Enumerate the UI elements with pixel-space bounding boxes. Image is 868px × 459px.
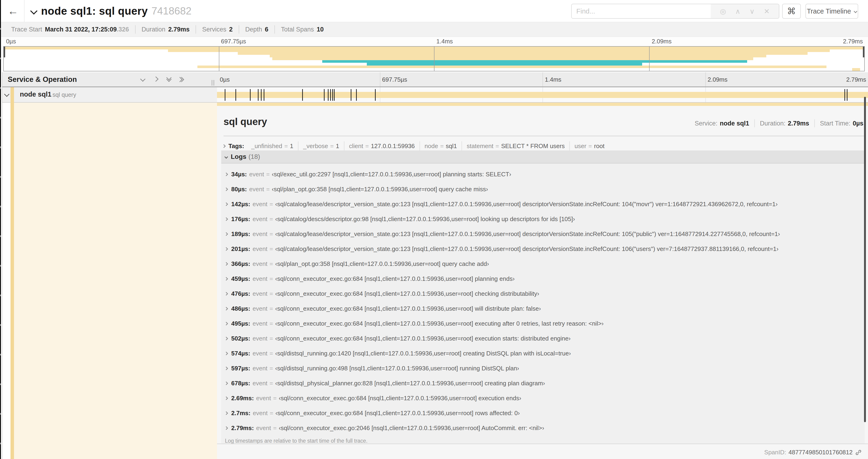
collapse-all-icon[interactable]: [167, 78, 171, 81]
meta-label: Duration:: [760, 120, 786, 127]
equals-sign: =: [270, 320, 273, 327]
minimap-left-scrubber[interactable]: [4, 47, 5, 57]
log-value: ‹sql/conn_executor_exec.go:684 [nsql1,cl…: [279, 395, 521, 402]
chevron-right-icon: [224, 247, 228, 251]
log-marker-tick[interactable]: [324, 89, 324, 101]
span-service-name: node sql1: [20, 91, 51, 98]
equals-sign: =: [588, 142, 592, 150]
log-entry[interactable]: 495µs: event = ‹sql/conn_executor_exec.g…: [221, 316, 865, 331]
equals-sign: =: [273, 395, 277, 402]
log-marker-tick[interactable]: [356, 89, 357, 101]
logs-header[interactable]: Logs (18): [221, 151, 865, 163]
log-marker-tick[interactable]: [330, 89, 331, 101]
log-marker-tick[interactable]: [334, 89, 335, 101]
log-entry[interactable]: 678µs: event = ‹sql/distsql_physical_pla…: [221, 376, 865, 391]
meta-label: Start Time:: [820, 120, 850, 127]
stat-label: Depth: [245, 26, 262, 33]
keyboard-shortcuts-button[interactable]: ⌘: [782, 4, 801, 19]
chevron-right-icon: [224, 292, 228, 296]
span-row-name-column[interactable]: node sql1 sql query: [2, 87, 217, 103]
log-entry[interactable]: 366µs: event = ‹sql/plan_opt.go:358 [nsq…: [221, 256, 865, 271]
log-marker-tick[interactable]: [375, 89, 376, 101]
log-entry[interactable]: 502µs: event = ‹sql/conn_executor_exec.g…: [221, 331, 865, 346]
log-marker-tick[interactable]: [844, 89, 845, 101]
clear-search-icon[interactable]: ✕: [764, 7, 770, 15]
log-field: event: [252, 350, 268, 357]
log-marker-tick[interactable]: [847, 89, 847, 101]
log-entry[interactable]: 459µs: event = ‹sql/conn_executor_exec.g…: [221, 271, 865, 286]
tag-item: statement = SELECT * FROM users: [462, 141, 569, 151]
equals-sign: =: [270, 365, 273, 372]
stat-suffix: .326: [117, 26, 129, 33]
find-input[interactable]: [572, 4, 711, 18]
log-field: event: [249, 171, 264, 178]
expand-one-icon[interactable]: [154, 77, 158, 82]
span-duration-bar[interactable]: [217, 92, 868, 98]
tag-key: _verbose: [303, 142, 328, 150]
stat-label: Services: [202, 26, 226, 33]
equals-sign: =: [270, 201, 273, 208]
log-marker-tick[interactable]: [236, 89, 236, 101]
collapse-one-icon[interactable]: [141, 77, 145, 82]
log-entry[interactable]: 34µs: event = ‹sql/exec_util.go:2297 [ns…: [221, 167, 865, 182]
chevron-right-icon: [224, 307, 228, 310]
next-result-icon[interactable]: ∨: [749, 7, 754, 15]
log-entry[interactable]: 597µs: event = ‹sql/distsql_running.go:4…: [221, 361, 865, 376]
log-marker-tick[interactable]: [258, 89, 258, 101]
log-marker-tick[interactable]: [351, 89, 351, 101]
log-entry[interactable]: 486µs: event = ‹sql/conn_executor_exec.g…: [221, 301, 865, 316]
log-marker-tick[interactable]: [264, 89, 265, 101]
trace-title-area: node sql1: sql query 7418682: [31, 0, 192, 22]
log-marker-tick[interactable]: [332, 89, 333, 101]
span-id-label: SpanID:: [764, 449, 786, 456]
trace-stat: Duration 2.79ms: [135, 25, 196, 34]
view-selector-button[interactable]: Trace Timeline: [805, 4, 858, 19]
axis-label: 2.09ms: [652, 38, 672, 45]
ruler-gridline: [705, 72, 706, 87]
log-value: ‹sql/distsql_physical_planner.go:828 [ns…: [275, 380, 545, 387]
span-row-timeline[interactable]: [217, 87, 868, 103]
tag-key: user: [575, 142, 586, 150]
log-entry[interactable]: 201µs: event = ‹sql/catalog/lease/descri…: [221, 241, 865, 256]
back-button[interactable]: ←: [2, 0, 25, 22]
equals-sign: =: [270, 216, 273, 223]
collapse-controls: [141, 72, 183, 87]
log-marker-tick[interactable]: [261, 89, 261, 101]
log-marker-tick[interactable]: [302, 89, 303, 101]
minimap-right-scrubber[interactable]: [863, 47, 864, 57]
axis-label: 2.09ms: [708, 76, 727, 83]
stat-label: Total Spans: [281, 26, 314, 33]
log-entry[interactable]: 2.79ms: event = ‹sql/conn_executor_exec.…: [221, 421, 865, 435]
log-marker-tick[interactable]: [225, 89, 225, 101]
log-value: ‹sql/conn_executor_exec.go:684 [nsql1,cl…: [275, 275, 515, 283]
log-entry[interactable]: 574µs: event = ‹sql/distsql_running.go:1…: [221, 346, 865, 361]
log-entry[interactable]: 2.69ms: event = ‹sql/conn_executor_exec.…: [221, 391, 865, 405]
log-entry[interactable]: 80µs: event = ‹sql/plan_opt.go:358 [nsql…: [221, 182, 865, 197]
log-marker-tick[interactable]: [328, 89, 329, 101]
log-value: ‹sql/distsql_running.go:498 [nsql1,clien…: [275, 365, 519, 372]
service-operation-header: Service & Operation: [2, 72, 217, 87]
span-id-row: SpanID: 4877749850101760812: [764, 449, 862, 456]
log-entry[interactable]: 189µs: event = ‹sql/catalog/lease/descri…: [221, 226, 865, 241]
log-marker-tick[interactable]: [250, 89, 251, 101]
locate-icon[interactable]: ◎: [720, 7, 726, 15]
span-collapse-chevron-icon[interactable]: [5, 92, 9, 97]
find-group: ◎ ∧ ∨ ✕: [571, 4, 779, 19]
minimap-canvas[interactable]: [3, 46, 865, 71]
collapse-trace-chevron-icon[interactable]: [31, 8, 36, 13]
trace-stat: Services 2: [195, 25, 239, 34]
deep-link-icon[interactable]: [855, 449, 862, 456]
tags-row[interactable]: Tags: _unfinished = 1 _verbose = 1: [223, 140, 609, 152]
log-entry[interactable]: 476µs: event = ‹sql/conn_executor_exec.g…: [221, 286, 865, 301]
find-controls: ◎ ∧ ∨ ✕: [711, 4, 779, 18]
column-resizer-handle[interactable]: [212, 80, 214, 86]
equals-sign: =: [270, 305, 273, 312]
log-entry[interactable]: 2.7ms: event = ‹sql/conn_executor_exec.g…: [221, 405, 865, 421]
stat-value: 6: [265, 26, 268, 33]
log-entry[interactable]: 142µs: event = ‹sql/catalog/lease/descri…: [221, 197, 865, 211]
vertical-scrollbar-thumb[interactable]: [864, 97, 866, 422]
prev-result-icon[interactable]: ∧: [735, 7, 740, 15]
trace-id: 7418682: [151, 5, 191, 17]
log-entry[interactable]: 176µs: event = ‹sql/catalog/descs/descri…: [221, 211, 865, 226]
expand-all-icon[interactable]: [180, 78, 183, 81]
